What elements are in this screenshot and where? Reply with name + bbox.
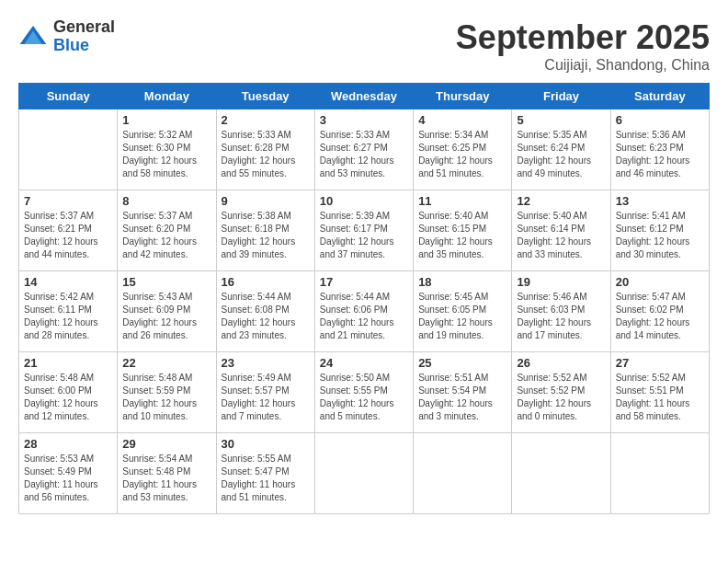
cell-content: Sunrise: 5:47 AM Sunset: 6:02 PM Dayligh… [616,291,704,342]
week-row-3: 14Sunrise: 5:42 AM Sunset: 6:11 PM Dayli… [19,271,710,352]
day-number: 7 [24,194,112,208]
cell-content: Sunrise: 5:50 AM Sunset: 5:55 PM Dayligh… [320,372,408,423]
cell-content: Sunrise: 5:39 AM Sunset: 6:17 PM Dayligh… [320,210,408,261]
day-number: 23 [222,356,310,370]
day-number: 5 [517,113,605,127]
calendar-cell: 16Sunrise: 5:44 AM Sunset: 6:08 PM Dayli… [216,271,314,352]
calendar-cell: 19Sunrise: 5:46 AM Sunset: 6:03 PM Dayli… [512,271,610,352]
day-number: 2 [222,113,310,127]
day-number: 21 [24,356,112,370]
logo: General Blue [18,18,115,55]
weekday-header-saturday: Saturday [610,84,709,109]
calendar-table: SundayMondayTuesdayWednesdayThursdayFrid… [18,83,710,514]
calendar-cell: 25Sunrise: 5:51 AM Sunset: 5:54 PM Dayli… [414,352,512,433]
cell-content: Sunrise: 5:42 AM Sunset: 6:11 PM Dayligh… [24,291,112,342]
cell-content: Sunrise: 5:49 AM Sunset: 5:57 PM Dayligh… [222,372,310,423]
cell-content: Sunrise: 5:44 AM Sunset: 6:06 PM Dayligh… [320,291,408,342]
cell-content: Sunrise: 5:52 AM Sunset: 5:52 PM Dayligh… [517,372,605,423]
week-row-5: 28Sunrise: 5:53 AM Sunset: 5:49 PM Dayli… [19,433,710,514]
calendar-cell: 6Sunrise: 5:36 AM Sunset: 6:23 PM Daylig… [610,109,709,190]
day-number: 15 [122,275,210,289]
calendar-cell: 4Sunrise: 5:34 AM Sunset: 6:25 PM Daylig… [414,109,512,190]
calendar-cell: 8Sunrise: 5:37 AM Sunset: 6:20 PM Daylig… [118,190,216,271]
weekday-header-friday: Friday [512,84,610,109]
calendar-cell: 5Sunrise: 5:35 AM Sunset: 6:24 PM Daylig… [512,109,610,190]
calendar-cell: 14Sunrise: 5:42 AM Sunset: 6:11 PM Dayli… [19,271,118,352]
day-number: 20 [616,275,704,289]
cell-content: Sunrise: 5:32 AM Sunset: 6:30 PM Dayligh… [122,129,210,180]
day-number: 16 [222,275,310,289]
weekday-header-monday: Monday [118,84,216,109]
day-number: 11 [418,194,506,208]
calendar-cell: 30Sunrise: 5:55 AM Sunset: 5:47 PM Dayli… [216,433,314,514]
day-number: 27 [616,356,704,370]
calendar-cell: 11Sunrise: 5:40 AM Sunset: 6:15 PM Dayli… [414,190,512,271]
day-number: 25 [418,356,506,370]
day-number: 12 [517,194,605,208]
logo-icon [18,22,48,52]
cell-content: Sunrise: 5:38 AM Sunset: 6:18 PM Dayligh… [222,210,310,261]
cell-content: Sunrise: 5:41 AM Sunset: 6:12 PM Dayligh… [616,210,704,261]
day-number: 26 [517,356,605,370]
cell-content: Sunrise: 5:48 AM Sunset: 6:00 PM Dayligh… [24,372,112,423]
cell-content: Sunrise: 5:37 AM Sunset: 6:21 PM Dayligh… [24,210,112,261]
day-number: 6 [616,113,704,127]
cell-content: Sunrise: 5:54 AM Sunset: 5:48 PM Dayligh… [122,453,210,504]
calendar-cell [512,433,610,514]
day-number: 24 [320,356,408,370]
day-number: 22 [122,356,210,370]
cell-content: Sunrise: 5:33 AM Sunset: 6:27 PM Dayligh… [320,129,408,180]
calendar-cell: 27Sunrise: 5:52 AM Sunset: 5:51 PM Dayli… [610,352,709,433]
weekday-header-wednesday: Wednesday [314,84,413,109]
calendar-cell [314,433,413,514]
weekday-header-row: SundayMondayTuesdayWednesdayThursdayFrid… [19,84,710,109]
logo-blue-text: Blue [53,37,115,55]
day-number: 29 [122,437,210,451]
calendar-cell: 26Sunrise: 5:52 AM Sunset: 5:52 PM Dayli… [512,352,610,433]
cell-content: Sunrise: 5:36 AM Sunset: 6:23 PM Dayligh… [616,129,704,180]
week-row-4: 21Sunrise: 5:48 AM Sunset: 6:00 PM Dayli… [19,352,710,433]
cell-content: Sunrise: 5:43 AM Sunset: 6:09 PM Dayligh… [122,291,210,342]
page-header: General Blue September 2025 Cuijiaji, Sh… [18,18,710,74]
calendar-cell: 2Sunrise: 5:33 AM Sunset: 6:28 PM Daylig… [216,109,314,190]
cell-content: Sunrise: 5:52 AM Sunset: 5:51 PM Dayligh… [616,372,704,423]
cell-content: Sunrise: 5:34 AM Sunset: 6:25 PM Dayligh… [418,129,506,180]
day-number: 8 [122,194,210,208]
cell-content: Sunrise: 5:46 AM Sunset: 6:03 PM Dayligh… [517,291,605,342]
calendar-cell: 7Sunrise: 5:37 AM Sunset: 6:21 PM Daylig… [19,190,118,271]
day-number: 3 [320,113,408,127]
day-number: 30 [222,437,310,451]
logo-general-text: General [53,18,115,37]
day-number: 10 [320,194,408,208]
calendar-cell: 12Sunrise: 5:40 AM Sunset: 6:14 PM Dayli… [512,190,610,271]
calendar-cell [610,433,709,514]
calendar-cell: 9Sunrise: 5:38 AM Sunset: 6:18 PM Daylig… [216,190,314,271]
day-number: 18 [418,275,506,289]
cell-content: Sunrise: 5:48 AM Sunset: 5:59 PM Dayligh… [122,372,210,423]
location-subtitle: Cuijiaji, Shandong, China [456,57,710,74]
calendar-cell: 23Sunrise: 5:49 AM Sunset: 5:57 PM Dayli… [216,352,314,433]
week-row-1: 1Sunrise: 5:32 AM Sunset: 6:30 PM Daylig… [19,109,710,190]
calendar-cell: 17Sunrise: 5:44 AM Sunset: 6:06 PM Dayli… [314,271,413,352]
cell-content: Sunrise: 5:40 AM Sunset: 6:14 PM Dayligh… [517,210,605,261]
day-number: 19 [517,275,605,289]
cell-content: Sunrise: 5:45 AM Sunset: 6:05 PM Dayligh… [418,291,506,342]
calendar-cell [414,433,512,514]
cell-content: Sunrise: 5:40 AM Sunset: 6:15 PM Dayligh… [418,210,506,261]
calendar-cell: 3Sunrise: 5:33 AM Sunset: 6:27 PM Daylig… [314,109,413,190]
calendar-cell: 28Sunrise: 5:53 AM Sunset: 5:49 PM Dayli… [19,433,118,514]
calendar-cell: 10Sunrise: 5:39 AM Sunset: 6:17 PM Dayli… [314,190,413,271]
cell-content: Sunrise: 5:53 AM Sunset: 5:49 PM Dayligh… [24,453,112,504]
cell-content: Sunrise: 5:51 AM Sunset: 5:54 PM Dayligh… [418,372,506,423]
weekday-header-tuesday: Tuesday [216,84,314,109]
calendar-cell: 21Sunrise: 5:48 AM Sunset: 6:00 PM Dayli… [19,352,118,433]
day-number: 9 [222,194,310,208]
month-title: September 2025 [456,18,710,57]
cell-content: Sunrise: 5:33 AM Sunset: 6:28 PM Dayligh… [222,129,310,180]
calendar-cell [19,109,118,190]
weekday-header-sunday: Sunday [19,84,118,109]
calendar-cell: 18Sunrise: 5:45 AM Sunset: 6:05 PM Dayli… [414,271,512,352]
cell-content: Sunrise: 5:55 AM Sunset: 5:47 PM Dayligh… [222,453,310,504]
day-number: 4 [418,113,506,127]
day-number: 13 [616,194,704,208]
